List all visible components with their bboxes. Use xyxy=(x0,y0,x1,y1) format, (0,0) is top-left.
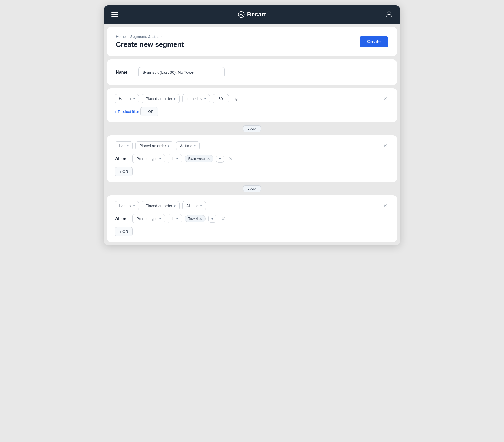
qualifier-dropdown-1[interactable]: Has not ▾ xyxy=(115,94,139,103)
remove-condition-1[interactable]: ✕ xyxy=(381,95,389,103)
where-operator-dropdown-3[interactable]: Is ▾ xyxy=(168,214,182,223)
or-label-1: + OR xyxy=(145,109,154,114)
condition-card-3: Has not ▾ Placed an order ▾ All time ▾ ✕… xyxy=(107,195,397,242)
name-label: Name xyxy=(116,70,132,75)
condition-card-1: Has not ▾ Placed an order ▾ In the last … xyxy=(107,88,397,122)
user-svg xyxy=(386,10,393,17)
or-button-3[interactable]: + OR xyxy=(115,227,133,236)
tag-swimwear: Swimwear ✕ xyxy=(185,155,214,162)
where-product-type-dropdown-3[interactable]: Product type ▾ xyxy=(132,214,165,223)
page-title: Create new segment xyxy=(116,40,184,49)
where-product-type-chevron-2: ▾ xyxy=(159,157,161,161)
tag-add-chevron-2[interactable]: ▾ xyxy=(216,155,224,163)
and-separator-1: AND xyxy=(107,125,397,132)
logo: Recart xyxy=(237,11,266,18)
or-button-2[interactable]: + OR xyxy=(115,167,133,176)
condition-card-2: Has ▾ Placed an order ▾ All time ▾ ✕ Whe… xyxy=(107,135,397,182)
time-chevron-1: ▾ xyxy=(204,97,206,101)
tag-towel-close[interactable]: ✕ xyxy=(199,217,202,221)
logo-text: Recart xyxy=(247,11,266,18)
and-badge-2: AND xyxy=(243,185,261,192)
where-row-3: Where Product type ▾ Is ▾ Towel ✕ ▾ ✕ xyxy=(115,214,389,223)
logo-icon xyxy=(237,11,245,18)
time-dropdown-2[interactable]: All time ▾ xyxy=(176,141,200,150)
where-label-3: Where xyxy=(115,217,130,221)
hamburger-menu[interactable] xyxy=(111,12,118,17)
time-label-2: All time xyxy=(180,144,192,148)
or-label-3: + OR xyxy=(119,229,128,234)
where-operator-label-2: Is xyxy=(172,157,175,161)
segment-name-input[interactable] xyxy=(138,67,225,77)
filter-close-2[interactable]: ✕ xyxy=(227,155,235,163)
event-chevron-1: ▾ xyxy=(174,97,176,101)
tag-towel-label: Towel xyxy=(188,217,198,221)
breadcrumb: Home › Segments & Lists › xyxy=(116,34,184,39)
user-icon[interactable] xyxy=(386,10,393,19)
where-operator-chevron-2: ▾ xyxy=(176,157,178,161)
remove-condition-3[interactable]: ✕ xyxy=(381,202,389,210)
event-label-2: Placed an order xyxy=(139,144,166,148)
event-label-3: Placed an order xyxy=(146,204,172,208)
or-label-2: + OR xyxy=(119,169,128,174)
where-product-type-label-2: Product type xyxy=(136,157,158,161)
svg-point-1 xyxy=(242,15,243,16)
and-badge-1: AND xyxy=(243,125,261,132)
tag-swimwear-close[interactable]: ✕ xyxy=(207,157,210,161)
time-label-1: In the last xyxy=(186,97,203,101)
filter-close-3[interactable]: ✕ xyxy=(219,215,227,223)
breadcrumb-chevron-1: › xyxy=(127,35,128,38)
where-product-type-chevron-3: ▾ xyxy=(159,217,161,221)
qualifier-chevron-3: ▾ xyxy=(133,204,135,208)
time-label-3: All time xyxy=(186,204,199,208)
event-chevron-2: ▾ xyxy=(168,144,169,148)
svg-point-0 xyxy=(238,12,244,18)
qualifier-label-1: Has not xyxy=(119,97,132,101)
breadcrumb-chevron-2: › xyxy=(161,35,162,38)
time-chevron-3: ▾ xyxy=(200,204,202,208)
condition-row-2: Has ▾ Placed an order ▾ All time ▾ ✕ xyxy=(115,141,389,150)
event-chevron-3: ▾ xyxy=(174,204,176,208)
event-dropdown-3[interactable]: Placed an order ▾ xyxy=(142,201,180,210)
tag-swimwear-label: Swimwear xyxy=(188,157,206,161)
or-button-1[interactable]: + OR xyxy=(140,107,158,116)
where-operator-label-3: Is xyxy=(172,217,175,221)
event-dropdown-2[interactable]: Placed an order ▾ xyxy=(135,141,173,150)
tag-towel: Towel ✕ xyxy=(185,215,206,222)
where-row-2: Where Product type ▾ Is ▾ Swimwear ✕ ▾ ✕ xyxy=(115,154,389,163)
app-wrapper: Recart Home › Segments & Lists › Create … xyxy=(104,5,400,245)
condition-row-3: Has not ▾ Placed an order ▾ All time ▾ ✕ xyxy=(115,201,389,210)
qualifier-label-2: Has xyxy=(119,144,125,148)
remove-condition-2[interactable]: ✕ xyxy=(381,142,389,150)
product-filter-link-1[interactable]: + Product filter xyxy=(115,109,139,114)
svg-point-2 xyxy=(388,12,390,14)
time-dropdown-1[interactable]: In the last ▾ xyxy=(182,94,210,103)
top-nav: Recart xyxy=(104,5,400,24)
name-card: Name xyxy=(107,59,397,85)
qualifier-dropdown-2[interactable]: Has ▾ xyxy=(115,141,133,150)
header-card: Home › Segments & Lists › Create new seg… xyxy=(107,27,397,56)
condition-row-1: Has not ▾ Placed an order ▾ In the last … xyxy=(115,94,389,103)
product-filter-label-1: + Product filter xyxy=(115,109,139,114)
time-chevron-2: ▾ xyxy=(194,144,196,148)
event-label-1: Placed an order xyxy=(146,97,172,101)
event-dropdown-1[interactable]: Placed an order ▾ xyxy=(142,94,180,103)
qualifier-label-3: Has not xyxy=(119,204,132,208)
and-separator-2: AND xyxy=(107,185,397,192)
breadcrumb-segments[interactable]: Segments & Lists xyxy=(130,34,159,39)
where-operator-dropdown-2[interactable]: Is ▾ xyxy=(168,154,182,163)
tag-add-chevron-3[interactable]: ▾ xyxy=(208,215,216,223)
where-label-2: Where xyxy=(115,157,130,161)
qualifier-dropdown-3[interactable]: Has not ▾ xyxy=(115,201,139,210)
where-product-type-dropdown-2[interactable]: Product type ▾ xyxy=(132,154,165,163)
qualifier-chevron-2: ▾ xyxy=(127,144,129,148)
days-input-1[interactable] xyxy=(213,94,229,103)
qualifier-chevron-1: ▾ xyxy=(133,97,135,101)
where-product-type-label-3: Product type xyxy=(136,217,158,221)
header-left: Home › Segments & Lists › Create new seg… xyxy=(116,34,184,49)
create-button[interactable]: Create xyxy=(360,36,388,47)
days-label-1: days xyxy=(232,97,240,101)
where-operator-chevron-3: ▾ xyxy=(176,217,178,221)
breadcrumb-home[interactable]: Home xyxy=(116,34,126,39)
time-dropdown-3[interactable]: All time ▾ xyxy=(182,201,206,210)
